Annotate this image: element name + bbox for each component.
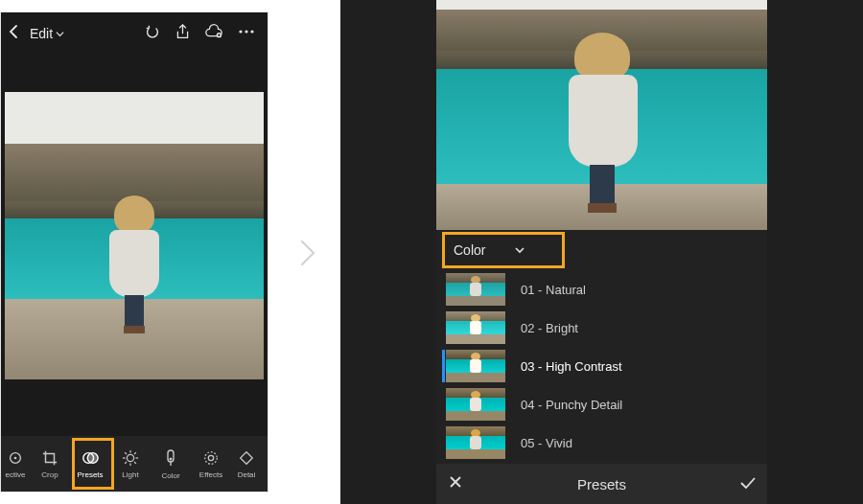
tool-label: Light: [122, 470, 138, 479]
svg-line-13: [125, 452, 127, 454]
tool-effects[interactable]: Effects: [191, 436, 231, 492]
phone-right-screen: Color 01 - Natural 02 - Bright 03 - High…: [340, 0, 863, 504]
cloud-icon[interactable]: [204, 24, 223, 43]
svg-point-7: [87, 452, 98, 463]
caret-down-icon: [56, 30, 64, 38]
svg-point-21: [208, 455, 213, 460]
top-bar: Edit: [1, 12, 268, 55]
svg-line-14: [134, 462, 136, 464]
preset-category-dropdown[interactable]: Color: [436, 230, 767, 270]
tool-label: Presets: [77, 470, 103, 479]
svg-point-1: [239, 30, 242, 33]
preset-list[interactable]: 01 - Natural 02 - Bright 03 - High Contr…: [436, 270, 767, 464]
svg-point-18: [170, 457, 173, 460]
preset-panel: Color 01 - Natural 02 - Bright 03 - High…: [436, 230, 767, 504]
phone-left-screen: Edit: [0, 11, 268, 493]
confirm-icon[interactable]: [729, 476, 767, 493]
preset-label: 01 - Natural: [521, 283, 586, 297]
svg-line-15: [134, 452, 136, 454]
tool-light[interactable]: Light: [110, 436, 151, 492]
share-icon[interactable]: [175, 24, 191, 44]
tool-crop[interactable]: Crop: [30, 436, 70, 492]
svg-line-16: [125, 462, 127, 464]
preset-label: 04 - Punchy Detail: [521, 398, 622, 412]
tool-label: ective: [6, 470, 26, 479]
edit-label: Edit: [30, 26, 53, 41]
preset-item-high-contrast[interactable]: 03 - High Contrast: [436, 347, 767, 385]
photo-image: [5, 92, 264, 379]
svg-point-20: [205, 451, 218, 464]
svg-point-2: [245, 30, 247, 33]
tool-detail[interactable]: Detai: [231, 436, 262, 492]
preset-item-punchy[interactable]: 04 - Punchy Detail: [436, 385, 767, 424]
preset-item-vivid[interactable]: 05 - Vivid: [436, 424, 767, 462]
tool-bar: ective Crop Presets Light Color Effects …: [1, 436, 268, 492]
preset-thumbnail: [446, 350, 505, 382]
preset-item-bright[interactable]: 02 - Bright: [436, 309, 767, 347]
edit-menu[interactable]: Edit: [30, 26, 64, 41]
tool-label: Crop: [41, 470, 58, 479]
preset-footer-title: Presets: [475, 476, 729, 493]
tool-presets[interactable]: Presets: [70, 436, 110, 492]
more-icon[interactable]: [237, 24, 256, 43]
back-icon[interactable]: [5, 22, 24, 45]
tool-color[interactable]: Color: [151, 436, 191, 492]
preset-footer: Presets: [436, 464, 767, 504]
svg-point-8: [127, 454, 133, 461]
photo-preview[interactable]: [1, 55, 268, 436]
preset-thumbnail: [446, 311, 505, 344]
preset-thumbnail: [446, 388, 505, 421]
preset-label: 03 - High Contrast: [521, 359, 622, 374]
preset-item-natural[interactable]: 01 - Natural: [436, 270, 767, 309]
tool-label: Effects: [199, 470, 222, 479]
close-icon[interactable]: [436, 474, 475, 494]
svg-point-3: [250, 30, 253, 33]
tool-selective[interactable]: ective: [1, 436, 30, 492]
preset-label: 02 - Bright: [521, 321, 578, 335]
preset-thumbnail: [446, 273, 505, 306]
chevron-down-icon: [514, 244, 525, 256]
arrow-icon: [299, 240, 316, 270]
undo-icon[interactable]: [144, 23, 161, 44]
svg-point-5: [14, 456, 17, 459]
tool-label: Detai: [238, 470, 256, 479]
photo-preview-large[interactable]: [436, 0, 767, 230]
tool-label: Color: [161, 471, 179, 480]
preset-label: 05 - Vivid: [521, 436, 572, 450]
preset-thumbnail: [446, 426, 505, 459]
preset-category-label: Color: [454, 242, 485, 258]
